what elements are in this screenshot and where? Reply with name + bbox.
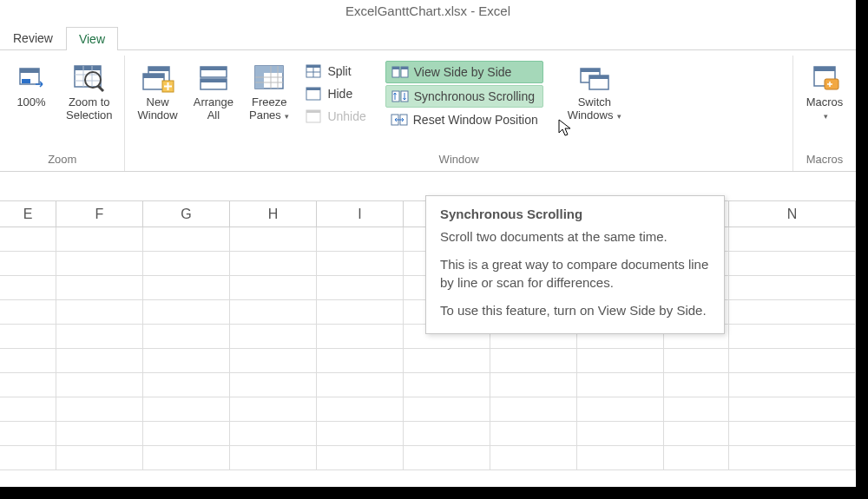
svg-line-10 bbox=[98, 86, 103, 91]
svg-rect-21 bbox=[201, 79, 227, 82]
svg-rect-36 bbox=[306, 110, 320, 113]
new-window-icon bbox=[141, 61, 174, 95]
svg-rect-50 bbox=[814, 67, 835, 71]
macros-label: Macros bbox=[806, 95, 844, 108]
title-bar: ExcelGanttChart.xlsx - Excel bbox=[0, 0, 856, 24]
tooltip-p3: To use this feature, turn on View Side b… bbox=[440, 302, 710, 319]
tooltip-p1: Scroll two documents at the same time. bbox=[440, 228, 710, 246]
svg-rect-12 bbox=[148, 67, 169, 71]
ribbon: 100% Zoom to Selection Zoom New Window bbox=[0, 50, 856, 172]
column-header[interactable]: E bbox=[0, 201, 56, 227]
zoom-selection-label: Zoom to Selection bbox=[66, 95, 112, 121]
chevron-down-icon: ▾ bbox=[613, 112, 621, 121]
group-window: New Window Arrange All Freeze Panes ▾ bbox=[125, 56, 793, 171]
unhide-label: Unhide bbox=[327, 109, 365, 123]
tooltip-p2: This is a great way to compare documents… bbox=[440, 256, 710, 292]
ribbon-tabs: Review View bbox=[0, 24, 856, 50]
synchronous-scrolling-button[interactable]: Synchronous Scrolling bbox=[385, 85, 543, 108]
window-title: ExcelGanttChart.xlsx - Excel bbox=[345, 3, 510, 18]
switch-windows-label: Switch Windows bbox=[568, 95, 614, 121]
column-header[interactable]: I bbox=[317, 201, 404, 227]
chevron-down-icon: ▾ bbox=[281, 112, 290, 121]
svg-rect-2 bbox=[22, 79, 30, 83]
split-icon bbox=[305, 63, 322, 79]
arrange-all-label: Arrange All bbox=[194, 95, 233, 121]
split-button[interactable]: Split bbox=[299, 61, 371, 82]
view-side-by-side-button[interactable]: View Side by Side bbox=[385, 61, 543, 83]
switch-windows-icon bbox=[577, 61, 612, 95]
group-window-label: Window bbox=[132, 151, 786, 169]
side-by-side-icon bbox=[391, 64, 409, 80]
hide-label: Hide bbox=[327, 87, 352, 101]
group-zoom-label: Zoom bbox=[7, 151, 117, 169]
new-window-button[interactable]: New Window bbox=[132, 57, 182, 151]
group-macros-label: Macros bbox=[800, 151, 849, 169]
svg-rect-19 bbox=[201, 67, 227, 70]
split-label: Split bbox=[327, 64, 351, 78]
switch-windows-button[interactable]: Switch Windows ▾ bbox=[562, 57, 627, 151]
sync-scrolling-label: Synchronous Scrolling bbox=[414, 89, 535, 103]
new-window-label: New Window bbox=[137, 95, 177, 121]
svg-rect-14 bbox=[143, 74, 164, 78]
group-macros: Macros▾ Macros bbox=[793, 56, 856, 171]
arrange-all-button[interactable]: Arrange All bbox=[188, 57, 239, 151]
chevron-down-icon: ▾ bbox=[822, 112, 828, 121]
svg-rect-38 bbox=[392, 67, 399, 69]
svg-rect-40 bbox=[401, 67, 408, 69]
svg-rect-46 bbox=[581, 69, 600, 72]
hide-button[interactable]: Hide bbox=[299, 83, 371, 104]
tooltip-title: Synchronous Scrolling bbox=[440, 207, 710, 221]
column-header[interactable]: H bbox=[230, 201, 317, 227]
macros-icon bbox=[809, 61, 840, 95]
reset-window-icon bbox=[391, 112, 408, 128]
freeze-panes-button[interactable]: Freeze Panes ▾ bbox=[244, 57, 294, 151]
sync-scroll-icon bbox=[391, 89, 409, 104]
zoom-100-label: 100% bbox=[16, 95, 45, 108]
unhide-button: Unhide bbox=[299, 106, 371, 127]
svg-rect-41 bbox=[392, 91, 399, 102]
zoom-to-selection-button[interactable]: Zoom to Selection bbox=[61, 57, 117, 151]
column-header[interactable]: N bbox=[729, 201, 856, 227]
zoom-100-button[interactable]: 100% bbox=[7, 57, 56, 151]
svg-rect-1 bbox=[20, 69, 39, 73]
svg-rect-34 bbox=[306, 88, 320, 90]
column-header[interactable]: F bbox=[56, 201, 143, 227]
reset-window-position-button[interactable]: Reset Window Position bbox=[385, 109, 543, 130]
svg-rect-48 bbox=[589, 76, 608, 79]
view-side-by-side-label: View Side by Side bbox=[414, 65, 512, 79]
macros-button[interactable]: Macros▾ bbox=[800, 57, 849, 151]
zoom-100-icon bbox=[16, 61, 46, 95]
group-zoom: 100% Zoom to Selection Zoom bbox=[0, 56, 125, 171]
hide-icon bbox=[305, 86, 322, 102]
svg-rect-4 bbox=[75, 66, 101, 70]
tooltip-sync-scrolling: Synchronous Scrolling Scroll two documen… bbox=[425, 195, 725, 334]
tab-review[interactable]: Review bbox=[0, 26, 66, 49]
column-header[interactable]: G bbox=[143, 201, 230, 227]
unhide-icon bbox=[305, 108, 322, 124]
zoom-selection-icon bbox=[72, 61, 107, 95]
reset-window-label: Reset Window Position bbox=[413, 113, 538, 127]
freeze-panes-icon bbox=[253, 61, 285, 95]
arrange-all-icon bbox=[199, 61, 228, 95]
tab-view[interactable]: View bbox=[66, 27, 118, 50]
